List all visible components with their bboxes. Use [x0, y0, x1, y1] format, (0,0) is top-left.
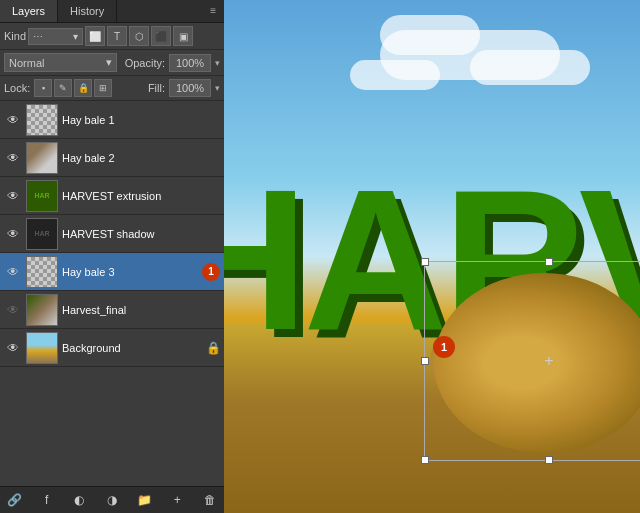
layer-item-background[interactable]: 👁 Background 🔒: [0, 329, 224, 367]
blend-mode-value: Normal: [9, 57, 44, 69]
layers-panel: Layers History ≡ Kind ⋯ ▾ ⬜ T ⬡ ⬛ ▣ Norm…: [0, 0, 224, 513]
opacity-arrow[interactable]: ▾: [215, 58, 220, 68]
layer-badge: 1: [202, 263, 220, 281]
handle-top-mid[interactable]: [545, 258, 553, 266]
cloud-2: [380, 15, 480, 55]
opacity-input[interactable]: 100%: [169, 54, 211, 72]
handle-mid-left[interactable]: [421, 357, 429, 365]
handle-bottom-mid[interactable]: [545, 456, 553, 464]
crosshair-icon: +: [544, 352, 553, 370]
panel-tabs: Layers History ≡: [0, 0, 224, 23]
selection-box: +: [424, 261, 640, 461]
layer-visibility-icon[interactable]: 👁: [4, 339, 22, 357]
adjustment-layer-icon[interactable]: ◑: [102, 490, 122, 510]
fill-label: Fill:: [148, 82, 165, 94]
panel-bottom-toolbar: 🔗 f ◐ ◑ 📁 + 🗑: [0, 486, 224, 513]
panel-options[interactable]: ≡: [202, 0, 224, 22]
canvas-area: HARVEST + 1 jb51.net: [224, 0, 640, 513]
layer-thumbnail: [26, 332, 58, 364]
lock-label: Lock:: [4, 82, 30, 94]
filter-shape-icon[interactable]: ⬡: [129, 26, 149, 46]
lock-icons: ▪ ✎ 🔒 ⊞: [34, 79, 112, 97]
layer-visibility-icon[interactable]: 👁: [4, 187, 22, 205]
lock-all-icon[interactable]: 🔒: [74, 79, 92, 97]
lock-pixels-icon[interactable]: ▪: [34, 79, 52, 97]
layer-thumbnail: HAR: [26, 180, 58, 212]
kind-dropdown-arrow: ▾: [73, 31, 78, 42]
link-layers-icon[interactable]: 🔗: [4, 490, 24, 510]
cloud-3: [470, 50, 590, 85]
layer-name: Hay bale 2: [62, 152, 220, 164]
blend-opacity-row: Normal ▾ Opacity: 100% ▾: [0, 50, 224, 76]
lock-artboard-icon[interactable]: ⊞: [94, 79, 112, 97]
layer-item-hay-bale-1[interactable]: 👁 Hay bale 1: [0, 101, 224, 139]
layer-thumbnail: [26, 104, 58, 136]
layers-list: 👁 Hay bale 1 👁 Hay bale 2 👁 HAR HARVEST …: [0, 101, 224, 486]
canvas-badge: 1: [433, 336, 455, 358]
fill-arrow[interactable]: ▾: [215, 83, 220, 93]
tab-layers[interactable]: Layers: [0, 0, 58, 22]
layer-group-icon[interactable]: 📁: [135, 490, 155, 510]
layer-name: Hay bale 3: [62, 266, 198, 278]
layer-name: Hay bale 1: [62, 114, 220, 126]
fill-input[interactable]: 100%: [169, 79, 211, 97]
layer-visibility-icon[interactable]: 👁: [4, 225, 22, 243]
layer-thumbnail: [26, 294, 58, 326]
canvas-content: HARVEST + 1 jb51.net: [224, 0, 640, 513]
blend-mode-dropdown[interactable]: Normal ▾: [4, 53, 117, 72]
handle-bottom-left[interactable]: [421, 456, 429, 464]
layer-visibility-icon[interactable]: 👁: [4, 149, 22, 167]
layer-mask-icon[interactable]: ◐: [69, 490, 89, 510]
filter-smart-icon[interactable]: ⬛: [151, 26, 171, 46]
filter-adjust-icon[interactable]: T: [107, 26, 127, 46]
kind-dropdown-value: ⋯: [33, 31, 43, 42]
layer-visibility-icon[interactable]: 👁: [4, 111, 22, 129]
layer-item-harvest-shadow[interactable]: 👁 HAR HARVEST shadow: [0, 215, 224, 253]
layer-item-harvest-extrusion[interactable]: 👁 HAR HARVEST extrusion: [0, 177, 224, 215]
layer-thumbnail: [26, 256, 58, 288]
tab-history[interactable]: History: [58, 0, 117, 22]
layer-item-hay-bale-2[interactable]: 👁 Hay bale 2: [0, 139, 224, 177]
filter-video-icon[interactable]: ▣: [173, 26, 193, 46]
layer-lock-icon: 🔒: [206, 341, 220, 355]
layer-name: Harvest_final: [62, 304, 220, 316]
layer-name: HARVEST shadow: [62, 228, 220, 240]
lock-fill-row: Lock: ▪ ✎ 🔒 ⊞ Fill: 100% ▾: [0, 76, 224, 101]
app-container: Layers History ≡ Kind ⋯ ▾ ⬜ T ⬡ ⬛ ▣ Norm…: [0, 0, 640, 513]
handle-top-left[interactable]: [421, 258, 429, 266]
kind-dropdown[interactable]: ⋯ ▾: [28, 28, 83, 45]
layer-visibility-icon[interactable]: 👁: [4, 263, 22, 281]
layer-visibility-icon[interactable]: 👁: [4, 301, 22, 319]
layer-style-icon[interactable]: f: [37, 490, 57, 510]
filter-pixel-icon[interactable]: ⬜: [85, 26, 105, 46]
layer-thumbnail: HAR: [26, 218, 58, 250]
opacity-label: Opacity:: [125, 57, 165, 69]
cloud-4: [350, 60, 440, 90]
lock-position-icon[interactable]: ✎: [54, 79, 72, 97]
layer-name: Background: [62, 342, 202, 354]
layer-item-harvest-final[interactable]: 👁 Harvest_final: [0, 291, 224, 329]
new-layer-icon[interactable]: +: [167, 490, 187, 510]
kind-label: Kind: [4, 30, 26, 42]
layer-thumbnail: [26, 142, 58, 174]
delete-layer-icon[interactable]: 🗑: [200, 490, 220, 510]
layer-name: HARVEST extrusion: [62, 190, 220, 202]
blend-mode-arrow: ▾: [106, 56, 112, 69]
layer-item-hay-bale-3[interactable]: 👁 Hay bale 3 1: [0, 253, 224, 291]
kind-toolbar: Kind ⋯ ▾ ⬜ T ⬡ ⬛ ▣: [0, 23, 224, 50]
